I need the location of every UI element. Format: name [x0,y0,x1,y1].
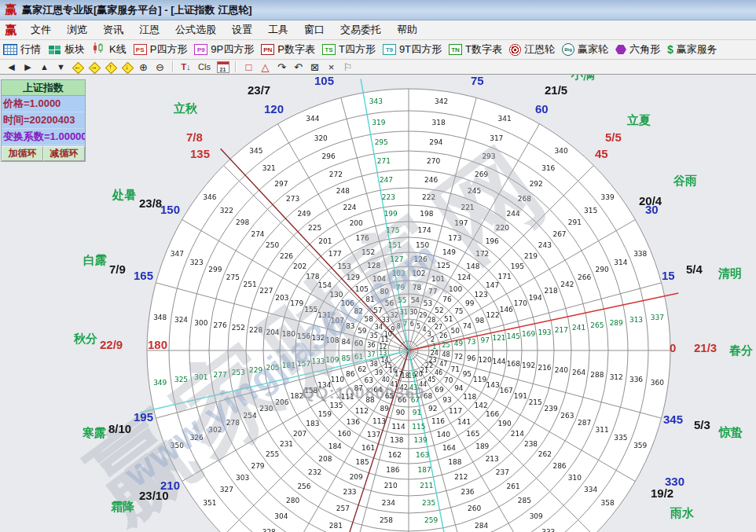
arrow-up-icon[interactable]: ▲ [36,61,53,74]
zoom-in-icon[interactable]: ⊕ [135,61,152,74]
app-logo-icon: 赢 [5,2,17,17]
date-label: 21/5 [545,84,567,97]
9p-square-label: 9P四方形 [211,42,254,57]
solar-term-label: 立夏 [627,114,651,127]
toolbar-button-9t-square[interactable]: T99T四方形 [383,42,442,57]
arrow-right-icon[interactable]: ▶ [20,61,36,74]
diamond-right-icon[interactable]: → [86,61,102,74]
menu-item-help[interactable]: 帮助 [389,20,425,39]
t-table-icon: TN [449,44,462,55]
app-window: 赢 赢家江恩专业版[赢家服务平台] - [上证指数 江恩轮] 赢 文件浏览资讯江… [0,0,756,532]
gann-wheel-label: 江恩轮 [524,42,555,57]
date-label: 23/10 [139,490,169,503]
toolbar-button-winner-service[interactable]: $赢家服务 [667,42,717,57]
watermark-qq: QQ:100800360 [302,383,425,402]
angle-label: 60 [535,103,549,116]
quotes-icon [3,44,17,55]
solar-term-label: 雨水 [670,507,694,520]
rotate-ccw-icon[interactable]: ↶ [290,61,306,74]
t-square-label: T四方形 [339,42,376,57]
date-label: 23/7 [248,84,270,97]
date-label: 23/8 [139,197,162,211]
angle-label: 105 [314,75,334,88]
angle-label: 120 [264,103,284,116]
toolbar-button-9p-square[interactable]: P99P四方形 [194,42,254,57]
menu-item-tools[interactable]: 工具 [260,20,296,39]
9t-square-icon: T9 [383,44,396,55]
arrow-down-icon[interactable]: ▼ [53,61,69,74]
winner-wheel-icon: Big [562,43,574,56]
angle-label: 135 [190,148,210,161]
tools-toolbar: ◀▶▲▼←→↑↓⊕⊖T↓Cls21□△↷↶⊠×⚐ [0,60,756,75]
kline-icon [92,42,106,57]
angle-label: 195 [134,411,153,424]
menu-item-gann[interactable]: 江恩 [131,20,167,39]
solar-term-label: 清明 [718,267,742,281]
main-toolbar: 行情板块K线PSP四方形P99P四方形PNP数字表TST四方形T99T四方形TN… [0,40,756,60]
window-title: 赢家江恩专业版[赢家服务平台] - [上证指数 江恩轮] [22,3,251,17]
winner-service-icon: $ [667,44,673,55]
title-bar: 赢 赢家江恩专业版[赢家服务平台] - [上证指数 江恩轮] [0,0,756,20]
toolbar-button-winner-wheel[interactable]: Big赢家轮 [562,42,608,57]
calendar-icon[interactable]: 21 [215,61,231,74]
toolbar-button-p-table[interactable]: PNP数字表 [261,42,315,57]
panel-value-row-0: 价格=1.0000 [2,96,85,112]
zoom-out-icon[interactable]: ⊖ [152,61,168,74]
toolbar-button-kline[interactable]: K线 [92,42,127,57]
square-tool-icon[interactable]: □ [240,61,257,74]
add-cycle-button[interactable]: 加循环 [2,146,43,161]
toolbar-button-p-square[interactable]: PSP四方形 [134,42,188,57]
toolbar-separator [172,61,174,72]
toolbar-button-t-square[interactable]: TST四方形 [322,42,376,57]
diamond-up-icon[interactable]: ↑ [102,61,119,74]
date-label: 7/9 [109,263,126,277]
toolbar-button-quotes[interactable]: 行情 [3,42,41,57]
t-table-label: T数字表 [465,42,502,57]
solar-term-label: 谷雨 [673,174,697,188]
expand-box-icon[interactable]: ⊠ [306,61,323,74]
solar-term-label: 立秋 [174,102,197,116]
sectors-label: 板块 [64,42,85,57]
solar-term-label: 小满 [571,75,595,82]
gann-wheel-icon [509,44,521,56]
toolbar-button-gann-wheel[interactable]: 江恩轮 [509,42,555,57]
menu-item-trade[interactable]: 交易委托 [332,20,389,39]
p-square-icon: PS [134,44,147,55]
menu-item-formula[interactable]: 公式选股 [167,20,224,39]
diamond-left-icon[interactable]: ← [69,61,86,74]
date-label: 5/4 [686,263,703,277]
sectors-icon [49,46,54,50]
panel-value-row-2: 变换系数=1.00000 [2,129,85,145]
flag-icon[interactable]: ⚐ [339,61,356,74]
toolbar-button-t-table[interactable]: TNT数字表 [449,42,502,57]
quotes-label: 行情 [20,42,41,57]
menu-item-browse[interactable]: 浏览 [59,20,95,39]
diamond-down-icon[interactable]: ↓ [119,61,135,74]
converge-arrows-icon[interactable]: × [323,61,339,74]
wheel-client-area: 赢家财富网 www.yingjia360.com QQ:100800360 10… [0,75,756,532]
menu-item-file[interactable]: 文件 [23,20,59,39]
toolbar-button-sectors[interactable]: 板块 [48,42,85,57]
solar-term-label: 霜降 [111,501,134,514]
p-table-label: P数字表 [277,42,315,57]
winner-wheel-label: 赢家轮 [578,42,608,57]
sub-cycle-button[interactable]: 减循环 [43,146,85,161]
toolbar-button-hexagon[interactable]: 六角形 [615,42,660,57]
solar-term-label: 秋分 [74,332,97,346]
triangle-tool-icon[interactable]: △ [257,61,273,74]
menu-item-news[interactable]: 资讯 [95,20,131,39]
solar-term-label: 处暑 [112,189,136,202]
rotate-cw-icon[interactable]: ↷ [273,61,290,74]
menu-item-window[interactable]: 窗口 [296,20,332,39]
arrow-left-icon[interactable]: ◀ [3,61,20,74]
p-table-icon: PN [261,44,274,55]
date-label: 20/4 [639,195,662,208]
menu-item-settings[interactable]: 设置 [224,20,260,39]
cls-button[interactable]: Cls [194,61,215,74]
kline-label: K线 [109,42,127,57]
menu-logo-icon: 赢 [5,23,17,38]
date-label: 22/9 [100,339,123,352]
9p-square-icon: P9 [194,44,207,55]
angle-label: 345 [663,413,683,427]
sort-time-icon[interactable]: T↓ [178,61,194,74]
